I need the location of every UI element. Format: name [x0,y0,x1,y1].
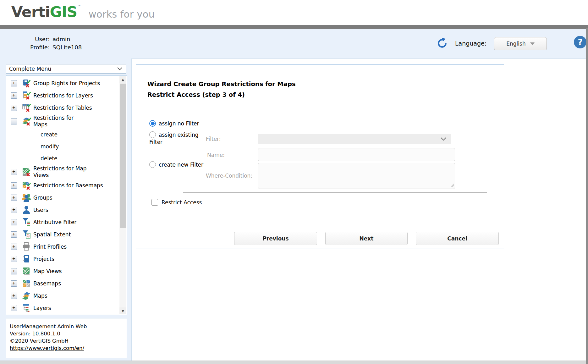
profile-value: SQLite108 [52,43,82,52]
projects-icon [21,254,31,264]
basemaps-icon [21,279,31,289]
wizard-step-subtitle: Restrict Access (step 3 of 4) [147,90,245,100]
resize-handle-icon[interactable] [450,183,454,187]
expand-button[interactable]: + [11,80,17,86]
name-label: Name: [207,152,225,158]
tree-item-label: Print Profiles [33,244,67,250]
language-label: Language: [455,40,486,47]
expand-button[interactable]: + [11,207,17,213]
filter-select[interactable] [258,134,451,144]
restrict-access-checkbox[interactable] [151,199,158,206]
tree-item-users[interactable]: + Users [6,204,120,216]
tree-subitem-label: modify [41,143,59,150]
expand-button[interactable]: + [11,293,17,299]
tree-item-groups[interactable]: + Groups [6,191,120,204]
tree-item-maps[interactable]: + Maps [6,290,120,302]
logo-gis: GIS [50,3,77,20]
tree-item-label: Projects [33,256,54,262]
vertigis-admin-page: VertiGIS™ works for you User: admin Prof… [0,0,588,364]
previous-button-label: Previous [262,235,289,242]
collapse-button[interactable]: − [11,118,17,124]
radio-assign-no-filter[interactable]: assign no Filter [149,120,199,127]
restrictions-tables-icon [21,103,31,113]
tree-item-projects[interactable]: + Projects [6,253,120,265]
print-profiles-icon [21,242,31,252]
radio-create-new-filter[interactable]: create new Filter [149,161,205,168]
help-button[interactable]: ? [574,36,586,48]
map-views-icon [21,266,31,276]
where-condition-textarea[interactable] [258,163,455,189]
restrict-access-option[interactable]: Restrict Access [151,199,202,206]
profile-label: Profile: [13,43,50,52]
sidebar: Complete Menu + Group Rights for Project… [0,58,132,361]
menu-mode-select-value: Complete Menu [9,66,51,72]
expand-button[interactable]: + [11,219,17,225]
tree-item-label: Restrictions for Layers [33,92,93,99]
tree-subitem-modify[interactable]: modify [6,141,120,152]
next-button[interactable]: Next [325,232,408,245]
refresh-icon [436,45,448,51]
tree-item-label: Restrictions for Tables [33,105,92,111]
expand-button[interactable]: + [11,169,17,175]
tree-item-layers[interactable]: + Layers [6,302,120,314]
tree-item-spatial-extent[interactable]: + Spatial Extent [6,228,120,240]
tree-item-basemaps[interactable]: + Basemaps [6,277,120,290]
tree-item-restrictions-for-map-views[interactable]: + Restrictions for Map Views [6,164,120,179]
cancel-button[interactable]: Cancel [416,232,499,245]
name-input[interactable] [258,148,455,161]
tree-item-map-views[interactable]: + Map Views [6,265,120,277]
cancel-button-label: Cancel [447,235,467,242]
tree-scrollbar[interactable]: ▲ ▼ [119,76,126,314]
restrictions-map-views-icon [21,167,31,177]
vendor-link[interactable]: https://www.vertigis.com/en/ [10,345,84,351]
radio-button[interactable] [149,131,156,138]
users-icon [21,205,31,215]
tree-subitem-delete[interactable]: delete [6,152,120,164]
tree-subitem-label: delete [41,155,58,162]
language-select[interactable]: English [494,37,547,50]
expand-button[interactable]: + [11,244,17,250]
product-name: UserManagement Admin Web [10,323,123,330]
tree-item-label: Group Rights for Projects [33,80,100,86]
tree-subitem-label: create [41,131,58,138]
vertical-scrollbar[interactable] [586,28,588,364]
filter-label: Filter: [206,136,221,142]
scroll-down-button[interactable]: ▼ [119,307,126,314]
navigation-tree: + Group Rights for Projects + Restrictio… [6,75,127,315]
radio-assign-existing-filter[interactable]: assign existing Filter [149,131,205,146]
expand-button[interactable]: + [11,268,17,274]
radio-button[interactable] [149,120,156,127]
section-divider [183,192,487,193]
tree-item-restrictions-for-tables[interactable]: + Restrictions for Tables [6,102,120,114]
tree-item-restrictions-for-basemaps[interactable]: + Restrictions for Basemaps [6,179,120,191]
refresh-button[interactable] [436,37,448,50]
about-box: UserManagement Admin Web Version: 10.800… [6,318,127,358]
next-button-label: Next [360,235,374,242]
logo-trademark: ™ [77,4,81,9]
radio-button[interactable] [149,161,156,168]
expand-button[interactable]: + [11,256,17,262]
user-bar: User: admin Profile: SQLite108 Language:… [0,29,586,59]
expand-button[interactable]: + [11,231,17,238]
tree-item-label: Map Views [33,268,62,274]
expand-button[interactable]: + [11,305,17,311]
tree-item-label: Restrictions for Basemaps [33,182,103,189]
content-right-border [585,58,585,361]
tree-item-restrictions-for-layers[interactable]: + Restrictions for Layers [6,89,120,102]
scrollbar-thumb[interactable] [120,84,126,228]
scroll-up-button[interactable]: ▲ [119,76,126,83]
expand-button[interactable]: + [11,92,17,99]
tree-item-attributive-filter[interactable]: + Attributive Filter [6,216,120,228]
tree-item-label: Spatial Extent [33,231,71,238]
tree-item-print-profiles[interactable]: + Print Profiles [6,240,120,253]
horizontal-scrollbar[interactable] [0,361,586,364]
tree-item-group-rights-for-projects[interactable]: + Group Rights for Projects [6,77,120,89]
expand-button[interactable]: + [11,182,17,189]
tree-item-restrictions-for-maps[interactable]: − Restrictions for Maps [6,114,120,129]
expand-button[interactable]: + [11,280,17,287]
previous-button[interactable]: Previous [234,232,317,245]
tree-subitem-create[interactable]: create [6,129,120,141]
expand-button[interactable]: + [11,105,17,111]
expand-button[interactable]: + [11,195,17,201]
menu-mode-select[interactable]: Complete Menu [6,64,126,74]
